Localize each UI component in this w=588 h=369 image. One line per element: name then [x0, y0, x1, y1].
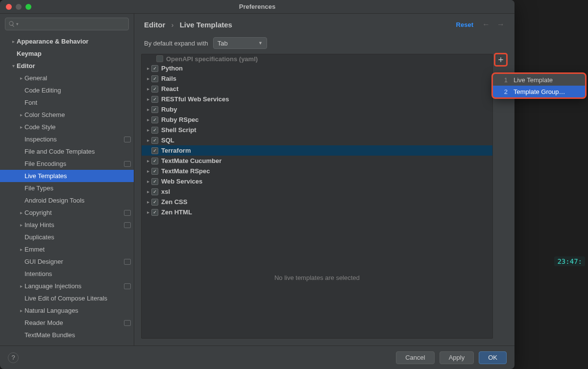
checkbox[interactable] [151, 127, 158, 134]
template-group-row-sql[interactable]: ▸SQL [142, 135, 492, 145]
add-button[interactable] [495, 54, 507, 66]
sidebar-item-color-scheme[interactable]: ▸Color Scheme [0, 109, 134, 121]
checkbox[interactable] [151, 96, 158, 103]
sidebar-item-inlay-hints[interactable]: ▸Inlay Hints [0, 219, 134, 231]
chevron-right-icon: ▸ [18, 210, 24, 215]
checkbox[interactable] [156, 55, 163, 62]
template-group-row-web-services[interactable]: ▸Web Services [142, 176, 492, 186]
template-group-row-ruby[interactable]: ▸Ruby [142, 104, 492, 115]
help-icon: ? [11, 354, 15, 361]
template-group-row-shell-script[interactable]: ▸Shell Script [142, 125, 492, 135]
sidebar-item-keymap[interactable]: Keymap [0, 47, 134, 60]
sidebar-item-label: Appearance & Behavior [17, 38, 89, 45]
sidebar-item-label: Editor [17, 62, 35, 69]
empty-selection-message: No live templates are selected [142, 217, 492, 338]
checkbox[interactable] [151, 158, 158, 164]
chevron-right-icon: ▸ [145, 107, 151, 112]
expand-with-select[interactable]: Tab ▼ [213, 37, 267, 49]
preferences-dialog: Preferences ▾ ▸Appearance & BehaviorKeym… [0, 0, 514, 369]
sidebar-item-textmate-bundles[interactable]: TextMate Bundles [0, 329, 134, 341]
template-groups-list[interactable]: OpenAPI specifications (yaml)▸Python▸Rai… [142, 54, 492, 217]
sidebar-item-code-style[interactable]: ▸Code Style [0, 121, 134, 133]
nav-back-icon[interactable]: ← [482, 20, 490, 29]
template-group-row-restful-web-services[interactable]: ▸RESTful Web Services [142, 94, 492, 104]
scope-badge-icon [124, 210, 131, 216]
add-popup-menu[interactable]: 1Live Template2Template Group… [492, 73, 586, 98]
chevron-right-icon: ▸ [145, 189, 151, 194]
cancel-button[interactable]: Cancel [396, 351, 434, 364]
sidebar-item-general[interactable]: ▸General [0, 72, 134, 84]
template-group-label: SQL [161, 137, 174, 144]
sidebar-item-label: Language Injections [24, 282, 81, 290]
settings-tree[interactable]: ▸Appearance & BehaviorKeymap▾Editor▸Gene… [0, 34, 134, 346]
checkbox[interactable] [151, 168, 158, 175]
template-group-label: Python [161, 65, 183, 72]
popup-item-template-group-[interactable]: 2Template Group… [493, 86, 585, 97]
background-clock: 23:47: [554, 256, 585, 266]
checkbox[interactable] [151, 86, 158, 92]
sidebar-item-live-templates[interactable]: Live Templates [0, 170, 134, 182]
sidebar-item-live-edit-of-compose-literals[interactable]: Live Edit of Compose Literals [0, 292, 134, 304]
nav-forward-icon[interactable]: → [497, 20, 505, 29]
sidebar-item-copyright[interactable]: ▸Copyright [0, 207, 134, 219]
apply-button[interactable]: Apply [440, 351, 474, 364]
template-group-row-partial[interactable]: OpenAPI specifications (yaml) [142, 54, 492, 63]
template-group-row-react[interactable]: ▸React [142, 84, 492, 94]
sidebar-item-file-encodings[interactable]: File Encodings [0, 158, 134, 170]
chevron-right-icon: ▸ [145, 96, 151, 102]
checkbox[interactable] [151, 199, 158, 206]
template-group-row-zen-html[interactable]: ▸Zen HTML [142, 207, 492, 217]
template-group-row-ruby-rspec[interactable]: ▸Ruby RSpec [142, 115, 492, 125]
sidebar-item-intentions[interactable]: Intentions [0, 268, 134, 280]
search-input[interactable]: ▾ [5, 18, 129, 30]
sidebar-item-android-design-tools[interactable]: Android Design Tools [0, 194, 134, 207]
chevron-right-icon: ▸ [145, 138, 151, 143]
template-group-row-zen-css[interactable]: ▸Zen CSS [142, 197, 492, 207]
sidebar-item-code-editing[interactable]: Code Editing [0, 84, 134, 96]
titlebar: Preferences [0, 0, 514, 14]
checkbox[interactable] [151, 75, 158, 82]
checkbox[interactable] [151, 188, 158, 195]
sidebar-item-language-injections[interactable]: ▸Language Injections [0, 280, 134, 292]
template-group-label: Shell Script [161, 126, 196, 134]
popup-item-live-template[interactable]: 1Live Template [493, 74, 585, 86]
sidebar-item-duplicates[interactable]: Duplicates [0, 231, 134, 243]
checkbox[interactable] [151, 147, 158, 154]
template-group-row-textmate-cucumber[interactable]: ▸TextMate Cucumber [142, 156, 492, 166]
reset-link[interactable]: Reset [456, 21, 473, 28]
sidebar-item-natural-languages[interactable]: ▸Natural Languages [0, 304, 134, 317]
sidebar-item-gui-designer[interactable]: GUI Designer [0, 255, 134, 268]
sidebar-item-appearance-behavior[interactable]: ▸Appearance & Behavior [0, 35, 134, 47]
sidebar-item-editor[interactable]: ▾Editor [0, 60, 134, 72]
ok-button[interactable]: OK [479, 351, 507, 364]
template-group-row-textmate-rspec[interactable]: ▸TextMate RSpec [142, 166, 492, 176]
search-history-icon: ▾ [16, 22, 19, 26]
scope-badge-icon [124, 259, 131, 265]
checkbox[interactable] [151, 178, 158, 185]
template-group-row-xsl[interactable]: ▸xsl [142, 186, 492, 197]
sidebar-item-inspections[interactable]: Inspections [0, 133, 134, 145]
template-group-label: Ruby [161, 106, 177, 113]
checkbox[interactable] [151, 116, 158, 123]
expand-with-value: Tab [218, 40, 228, 47]
sidebar-item-label: File Types [24, 184, 53, 192]
template-group-label: Zen CSS [161, 198, 187, 206]
popup-item-index: 1 [499, 76, 508, 84]
sidebar-item-file-and-code-templates[interactable]: File and Code Templates [0, 145, 134, 158]
sidebar-item-emmet[interactable]: ▸Emmet [0, 243, 134, 255]
sidebar-item-file-types[interactable]: File Types [0, 182, 134, 194]
chevron-right-icon: ▸ [145, 179, 151, 184]
sidebar-item-font[interactable]: Font [0, 96, 134, 109]
checkbox[interactable] [151, 106, 158, 113]
template-group-row-python[interactable]: ▸Python [142, 63, 492, 73]
template-group-row-rails[interactable]: ▸Rails [142, 73, 492, 84]
sidebar-item-reader-mode[interactable]: Reader Mode [0, 317, 134, 329]
checkbox[interactable] [151, 137, 158, 144]
template-group-row-terraform[interactable]: ▸Terraform [142, 145, 492, 156]
checkbox[interactable] [151, 209, 158, 216]
checkbox[interactable] [151, 65, 158, 72]
scope-badge-icon [124, 283, 131, 289]
sidebar-item-label: Code Editing [24, 87, 61, 94]
chevron-right-icon: ▸ [145, 66, 151, 71]
help-button[interactable]: ? [8, 352, 19, 363]
